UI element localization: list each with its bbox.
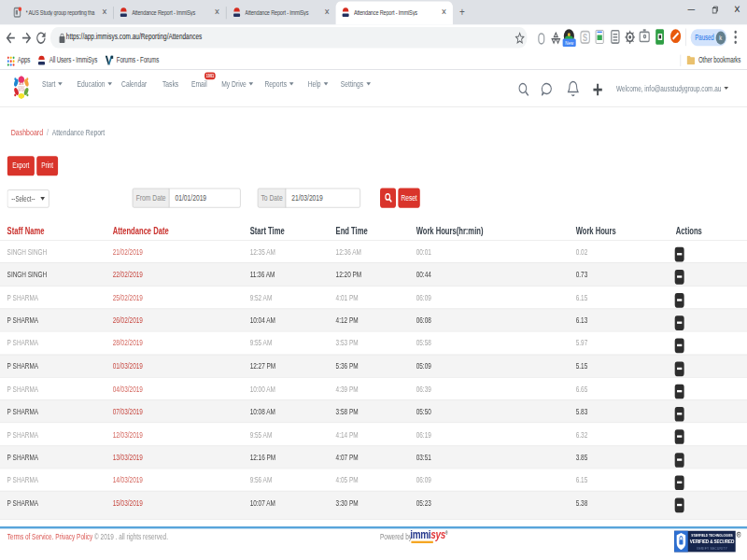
svg-text:GROUP: GROUP <box>18 90 25 92</box>
